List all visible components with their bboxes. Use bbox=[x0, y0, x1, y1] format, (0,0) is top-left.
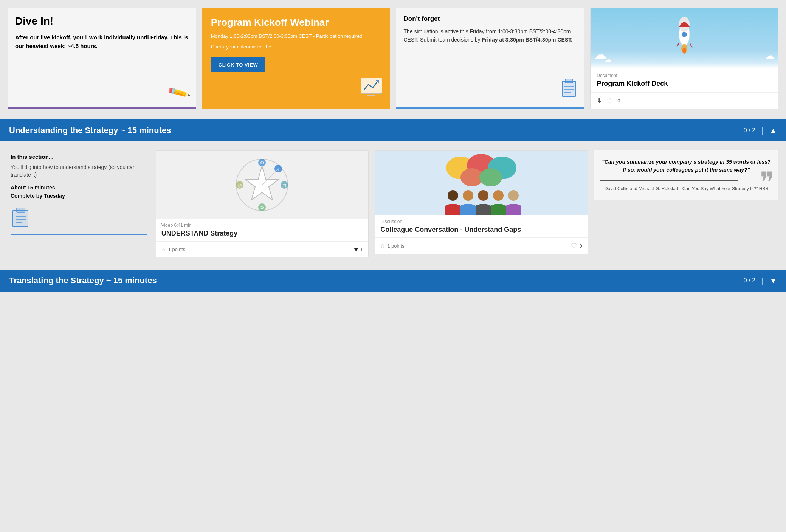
strategy-card-image: ⚙ ◻ ⚙ ◎ ⛭ bbox=[156, 151, 368, 219]
quote-divider bbox=[600, 180, 738, 181]
document-card-body: Document Program Kickoff Deck bbox=[591, 68, 778, 92]
blue-underline bbox=[11, 234, 147, 235]
section-2-divider: | bbox=[761, 276, 763, 285]
svg-rect-4 bbox=[562, 81, 576, 96]
section-duration: About 15 minutes bbox=[11, 185, 147, 191]
svg-point-45 bbox=[493, 190, 504, 201]
card-type-label: Video 6:41 min bbox=[161, 223, 363, 228]
svg-text:⚙: ⚙ bbox=[260, 205, 264, 210]
document-type-label: Document bbox=[597, 73, 772, 78]
svg-point-43 bbox=[463, 190, 473, 201]
card-title: UNDERSTAND Strategy bbox=[161, 230, 363, 237]
section-2-header: Translating the Strategy ~ 15 minutes 0 … bbox=[0, 270, 786, 292]
understand-strategy-card[interactable]: ⚙ ◻ ⚙ ◎ ⛭ Video 6:4 bbox=[156, 150, 369, 257]
understand-card-footer: ☆ 1 points ♥ 1 bbox=[156, 241, 368, 257]
understand-card-body: Video 6:41 min UNDERSTAND Strategy bbox=[156, 219, 368, 241]
webinar-schedule: Monday 1:00-2:00pm BST/2:00-3:00pm CEST … bbox=[211, 33, 381, 40]
svg-text:◎: ◎ bbox=[238, 183, 242, 188]
section-1-header: Understanding the Strategy ~ 15 minutes … bbox=[0, 119, 786, 141]
quote-text: "Can you summarize your company's strate… bbox=[600, 158, 772, 174]
section-1-chevron-up[interactable]: ▲ bbox=[769, 126, 777, 135]
section-1-right: 0 / 2 | ▲ bbox=[744, 126, 777, 135]
quote-section: "Can you summarize your company's strate… bbox=[594, 150, 778, 200]
section-2-chevron-down[interactable]: ▼ bbox=[769, 276, 777, 285]
points-value: 1 points bbox=[168, 247, 186, 252]
conversation-card-body: Discussion Colleague Conversation - Unde… bbox=[375, 215, 588, 237]
webinar-card: Program Kickoff Webinar Monday 1:00-2:00… bbox=[202, 8, 390, 109]
svg-rect-5 bbox=[565, 79, 573, 83]
dive-in-title: Dive In! bbox=[15, 15, 188, 27]
svg-text:◻: ◻ bbox=[282, 183, 286, 188]
heart-icon[interactable]: ♥ bbox=[354, 245, 358, 253]
dive-in-card: Dive In! After our live kickoff, you'll … bbox=[8, 8, 196, 109]
section-info-description: You'll dig into how to understand strate… bbox=[11, 164, 147, 178]
conversation-card-image bbox=[375, 151, 588, 215]
quote-mark-icon: ❞ bbox=[760, 169, 775, 196]
document-card-footer: ⬇ ♡ 0 bbox=[591, 92, 778, 109]
card-title: Colleague Conversation - Understand Gaps bbox=[380, 226, 582, 234]
svg-point-41 bbox=[479, 168, 502, 186]
like-count: 1 bbox=[360, 247, 363, 252]
svg-rect-3 bbox=[367, 95, 375, 96]
colleague-conversation-card[interactable]: Discussion Colleague Conversation - Unde… bbox=[375, 150, 588, 254]
document-title: Program Kickoff Deck bbox=[597, 80, 772, 88]
like-icon[interactable]: ♡ bbox=[607, 96, 613, 105]
document-card-image: ☁ ☁ ☁ bbox=[591, 8, 778, 68]
dive-in-body: After our live kickoff, you'll work indi… bbox=[15, 33, 188, 50]
section-info: In this section... You'll dig into how t… bbox=[8, 150, 150, 238]
quote-attribution: -- David Collis and Michael G. Rukstad, … bbox=[600, 185, 772, 192]
section-2-right: 0 / 2 | ▼ bbox=[744, 276, 777, 285]
svg-rect-15 bbox=[17, 208, 25, 212]
dont-forget-card: Don't forget The simulation is active th… bbox=[396, 8, 584, 109]
svg-point-42 bbox=[448, 190, 458, 201]
section-1-divider: | bbox=[761, 126, 763, 135]
points-area: ☆ 1 points bbox=[380, 243, 405, 249]
like-count: 0 bbox=[579, 243, 582, 249]
section-1-progress: 0 / 2 bbox=[744, 127, 755, 134]
section-1-content: In this section... You'll dig into how t… bbox=[0, 141, 786, 267]
download-icon[interactable]: ⬇ bbox=[597, 96, 602, 105]
webinar-calendar: Check your calendar for the bbox=[211, 43, 381, 50]
heart-area[interactable]: ♥ 1 bbox=[354, 245, 363, 253]
svg-point-13 bbox=[682, 48, 686, 54]
top-section: Dive In! After our live kickoff, you'll … bbox=[0, 0, 786, 116]
strategy-diagram: ⚙ ◻ ⚙ ◎ ⛭ bbox=[234, 157, 290, 213]
pencil-icon: ✏️ bbox=[166, 80, 191, 105]
heart-icon[interactable]: ♡ bbox=[571, 242, 577, 250]
section-2-progress: 0 / 2 bbox=[744, 277, 755, 284]
chart-icon bbox=[360, 77, 383, 101]
section-2-title: Translating the Strategy ~ 15 minutes bbox=[9, 276, 157, 285]
click-to-view-button[interactable]: CLICK TO VIEW bbox=[211, 57, 265, 72]
conversation-card-footer: ☆ 1 points ♡ 0 bbox=[375, 237, 588, 254]
conversation-illustration bbox=[428, 151, 534, 215]
dont-forget-body: The simulation is active this Friday fro… bbox=[404, 27, 577, 44]
webinar-title: Program Kickoff Webinar bbox=[211, 17, 381, 28]
svg-text:⚙: ⚙ bbox=[260, 160, 264, 166]
rocket-icon bbox=[673, 17, 696, 59]
document-card: ☁ ☁ ☁ bbox=[590, 8, 778, 109]
dont-forget-title: Don't forget bbox=[404, 15, 577, 23]
star-icon: ☆ bbox=[161, 247, 166, 252]
section-info-heading: In this section... bbox=[11, 154, 147, 160]
card-type-label: Discussion bbox=[380, 219, 582, 224]
heart-area[interactable]: ♡ 0 bbox=[571, 242, 582, 250]
svg-point-46 bbox=[508, 190, 519, 201]
star-icon: ☆ bbox=[380, 243, 385, 249]
points-value: 1 points bbox=[387, 243, 405, 249]
svg-point-44 bbox=[478, 190, 488, 201]
section-deadline: Complete by Tuesday bbox=[11, 193, 147, 199]
section-clipboard-icon bbox=[11, 206, 147, 232]
like-count: 0 bbox=[617, 98, 620, 104]
clipboard-icon bbox=[560, 78, 578, 101]
svg-point-11 bbox=[682, 32, 687, 37]
points-area: ☆ 1 points bbox=[161, 247, 186, 252]
section-1-title: Understanding the Strategy ~ 15 minutes bbox=[9, 126, 171, 135]
